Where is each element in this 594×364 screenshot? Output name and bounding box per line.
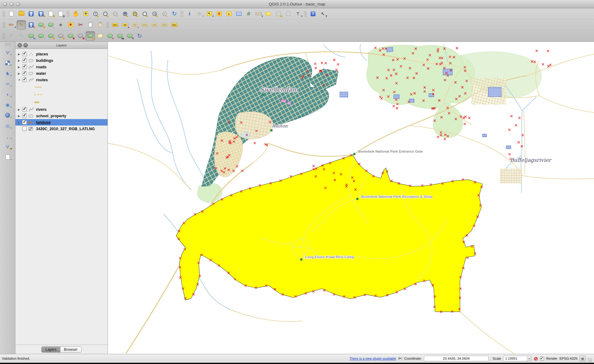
change-label-properties-button[interactable]: abc (170, 20, 179, 30)
add-wfs-layer-button[interactable]: ◎+ (3, 121, 12, 130)
layer-item-roads[interactable]: ▶roads (15, 64, 108, 70)
undo-button[interactable]: ↶ (7, 31, 16, 41)
layer-item-water[interactable]: ▶water (15, 70, 108, 77)
measure-button[interactable]: ▼ (254, 9, 263, 18)
expander-icon[interactable]: ▶ (18, 108, 22, 111)
current-edits-button[interactable]: ✏▼ (7, 20, 16, 30)
toolbar-grip[interactable] (2, 33, 5, 39)
stop-rendering-icon[interactable]: ⊘ (534, 356, 538, 362)
chevron-down-icon[interactable]: ▼ (202, 15, 204, 17)
toolbar-grip[interactable] (5, 43, 11, 46)
add-raster-layer-button[interactable]: + (3, 58, 12, 67)
panel-tab-layers[interactable]: Layers (42, 347, 60, 352)
scale-combo[interactable]: 1:19951 ▼ (503, 356, 531, 361)
identify-features-button[interactable]: i (185, 9, 194, 18)
show-hide-labels-button[interactable]: abc (150, 20, 159, 30)
layer-item-school_property[interactable]: ▶school_property (15, 113, 108, 119)
zoom-last-button[interactable]: ◂ (150, 9, 159, 18)
chevron-down-icon[interactable]: ▼ (212, 15, 214, 17)
plugin-available-link[interactable]: There is a new plugin available (349, 357, 396, 360)
expander-icon[interactable]: ▶ (18, 66, 22, 69)
remove-layer-button[interactable]: − (3, 152, 12, 162)
reshape-features-button[interactable]: ◣ (86, 31, 95, 41)
paste-features-button[interactable] (96, 20, 105, 30)
copy-features-button[interactable] (86, 20, 95, 30)
layer-visibility-checkbox[interactable] (22, 114, 27, 118)
expander-icon[interactable]: ▶ (18, 114, 22, 118)
move-label-button[interactable]: ab● (120, 20, 130, 30)
chevron-down-icon[interactable]: ▼ (301, 15, 303, 17)
new-shapefile-layer-button[interactable]: V✱▼ (3, 142, 12, 151)
simplify-feature-button[interactable]: ↓ (36, 31, 46, 41)
expander-icon[interactable]: ▶ (18, 72, 22, 75)
cut-features-button[interactable]: ✂ (76, 20, 85, 30)
layer-visibility-checkbox[interactable] (22, 71, 27, 76)
split-features-button[interactable]: ✂ (105, 31, 115, 41)
add-oracle-layer-button[interactable]: ◉+ (3, 100, 12, 109)
layer-visibility-checkbox[interactable] (22, 126, 27, 131)
offset-curve-button[interactable] (96, 31, 105, 41)
layer-item-places[interactable]: ▶places (15, 51, 108, 57)
map-tips-button[interactable] (264, 9, 273, 18)
layer-visibility-checkbox[interactable] (22, 107, 27, 112)
add-vector-layer-button[interactable]: V+ (3, 48, 12, 57)
toggle-editing-button[interactable]: ✎ (17, 20, 26, 30)
highlight-pinned-labels-button[interactable]: abc (160, 20, 169, 30)
select-features-button[interactable]: ↖▼ (205, 9, 214, 18)
text-annotation-button[interactable]: T▼ (293, 9, 303, 18)
add-delimited-text-layer-button[interactable]: ,+ (3, 131, 12, 141)
render-checkbox[interactable] (540, 357, 544, 361)
redo-button[interactable]: ↷ (17, 31, 26, 41)
add-wms-layer-button[interactable]: + (3, 110, 12, 120)
layer-item-rivers[interactable]: ▶rivers (15, 106, 108, 113)
rotate-feature-button[interactable]: ↻ (26, 31, 36, 41)
layer-item-3420C_2010_327_RGB_LATLNG[interactable]: 3420C_2010_327_RGB_LATLNG (15, 126, 108, 132)
field-calculator-button[interactable]: # (244, 9, 253, 18)
expander-icon[interactable]: ▼ (18, 78, 22, 82)
symbology-item[interactable] (15, 98, 108, 106)
zoom-out-button[interactable]: − (101, 9, 110, 18)
render-label[interactable]: Render (546, 357, 557, 360)
add-postgis-layer-button[interactable]: ♞+ (3, 69, 12, 78)
crs-status-icon[interactable]: ⊕ (580, 355, 586, 362)
delete-selected-button[interactable]: ✖ (66, 20, 75, 30)
zoom-to-layer-button[interactable]: ▫ (140, 9, 149, 18)
panel-detach-icon[interactable]: ❐ (23, 43, 28, 47)
layer-visibility-checkbox[interactable] (22, 78, 27, 82)
chevron-down-icon[interactable]: ▼ (10, 148, 13, 150)
zoom-full-button[interactable]: ✱ (120, 9, 130, 18)
layer-visibility-checkbox[interactable] (22, 52, 27, 56)
map-canvas[interactable]: SwellendamRailtonBuffeljagsrivierBontebo… (108, 42, 594, 354)
title-bar[interactable]: QGIS 2.0.1-Dufour - basic_map (0, 0, 594, 8)
show-bookmarks-button[interactable] (283, 9, 293, 18)
add-mssql-layer-button[interactable]: ◗+ (3, 90, 12, 99)
coordinate-input[interactable] (424, 356, 489, 361)
chevron-down-icon[interactable]: ▼ (14, 26, 16, 28)
composer-manager-button[interactable]: ⚙ (56, 9, 65, 18)
panel-close-icon[interactable]: ✕ (18, 43, 22, 47)
expander-icon[interactable]: ▶ (18, 121, 22, 124)
zoom-in-button[interactable]: + (91, 9, 100, 18)
save-project-button[interactable] (26, 9, 36, 18)
new-bookmark-button[interactable]: ✱ (274, 9, 283, 18)
open-attribute-table-button[interactable] (234, 9, 243, 18)
zoom-to-selection-button[interactable]: + (130, 9, 140, 18)
expander-icon[interactable]: ▶ (18, 53, 22, 56)
expander-icon[interactable]: ▶ (18, 59, 22, 62)
open-project-button[interactable] (17, 9, 26, 18)
merge-attributes-button[interactable]: ✎ (125, 31, 134, 41)
new-print-composer-button[interactable]: ✱ (46, 9, 55, 18)
rotate-label-button[interactable]: ab● (130, 20, 140, 30)
rotate-point-symbols-button[interactable]: ↻ (135, 31, 144, 41)
layer-item-landuse[interactable]: ▶✏landuse (15, 119, 108, 126)
zoom-next-button[interactable]: ▸ (160, 9, 169, 18)
help-contents-button[interactable]: ? (308, 9, 318, 18)
add-ring-button[interactable]: ✱ (46, 31, 55, 41)
pan-map-to-selection-button[interactable]: ✚ (81, 9, 90, 18)
panel-tab-browser[interactable]: Browser (60, 347, 81, 352)
toolbar-grip[interactable] (2, 22, 5, 28)
save-project-as-button[interactable]: ✎ (36, 9, 46, 18)
save-layer-edits-button[interactable]: ✎ (26, 20, 36, 30)
add-part-button[interactable]: ✱ (56, 31, 65, 41)
delete-ring-button[interactable]: ✖ (66, 31, 75, 41)
